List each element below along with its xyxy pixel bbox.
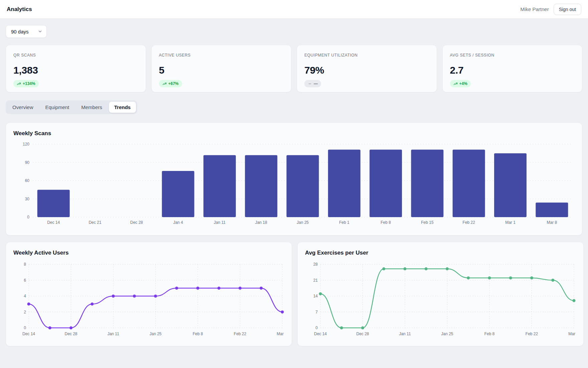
trending-up-icon <box>453 82 458 86</box>
tick-label: Feb 8 <box>484 332 495 336</box>
data-point-Mar 8 <box>573 299 576 302</box>
stat-label: ACTIVE USERS <box>159 53 284 58</box>
chevron-down-icon <box>38 29 42 34</box>
tick-label: Feb 22 <box>234 332 247 336</box>
line-series <box>29 288 282 328</box>
tab-equipment[interactable]: Equipment <box>40 102 75 113</box>
tick-label: Feb 15 <box>421 220 434 225</box>
data-point-Dec 14 <box>319 292 322 295</box>
stat-card-qr-scans: QR SCANS 1,383 +134% <box>6 45 146 92</box>
header-actions: Mike Partner Sign out <box>521 4 581 15</box>
avg-exercises-per-user-svg: 07142128Dec 14Dec 28Jan 11Jan 25Feb 8Feb… <box>305 260 576 337</box>
data-point-Feb 22 <box>530 276 533 279</box>
bar-Feb 8 <box>370 150 402 217</box>
sign-out-button[interactable]: Sign out <box>554 4 581 15</box>
tick-label: 6 <box>24 278 26 283</box>
weekly-active-users-svg: 02468Dec 14Dec 28Jan 11Jan 25Feb 8Feb 22… <box>13 260 284 337</box>
weekly-scans-card: Weekly Scans 0306090120Dec 14Dec 21Dec 2… <box>6 122 582 236</box>
tick-label: Jan 25 <box>149 332 161 336</box>
tick-label: 0 <box>315 326 318 330</box>
tab-trends[interactable]: Trends <box>109 102 136 113</box>
tick-label: 4 <box>24 294 26 298</box>
tick-label: 90 <box>25 160 30 165</box>
tick-label: 0 <box>24 326 26 330</box>
page-title: Analytics <box>7 6 32 13</box>
data-point-Jan 18 <box>133 295 136 298</box>
data-point-Mar 1 <box>260 287 263 290</box>
tick-label: Jan 25 <box>441 332 453 336</box>
tick-label: Jan 4 <box>173 220 183 225</box>
bar-Mar 1 <box>494 153 527 217</box>
data-point-Feb 8 <box>196 287 199 290</box>
stats-row: QR SCANS 1,383 +134% ACTIVE USERS 5 +67%… <box>6 45 582 92</box>
stat-delta: +134% <box>23 81 35 86</box>
data-point-Jan 18 <box>425 267 428 270</box>
bar-Mar 8 <box>536 202 568 217</box>
data-point-Dec 14 <box>27 302 30 305</box>
avg-exercises-card: Avg Exercises per User 07142128Dec 14Dec… <box>297 242 584 346</box>
tick-label: Dec 14 <box>314 332 327 336</box>
data-point-Feb 1 <box>467 276 470 279</box>
data-point-Feb 15 <box>217 287 220 290</box>
user-name: Mike Partner <box>521 6 549 12</box>
main-content: 90 days QR SCANS 1,383 +134% ACTIVE USER… <box>0 19 588 346</box>
data-point-Mar 1 <box>551 279 554 282</box>
tick-label: Mar <box>568 332 575 336</box>
tick-label: Dec 21 <box>89 220 101 225</box>
tab-overview[interactable]: Overview <box>7 102 39 113</box>
tick-label: Feb 22 <box>526 332 538 336</box>
period-select[interactable]: 90 days <box>6 25 47 38</box>
tick-label: 21 <box>313 278 318 283</box>
data-point-Mar 8 <box>281 310 284 313</box>
bar-Feb 1 <box>328 150 360 217</box>
tab-members[interactable]: Members <box>76 102 108 113</box>
bottom-charts-row: Weekly Active Users 02468Dec 14Dec 28Jan… <box>6 242 582 346</box>
tick-label: 14 <box>313 294 318 298</box>
trending-up-icon <box>162 82 167 86</box>
stat-label: QR SCANS <box>13 53 138 58</box>
tick-label: Dec 14 <box>47 220 60 225</box>
period-select-value: 90 days <box>11 29 29 34</box>
data-point-Jan 25 <box>446 267 449 270</box>
tick-label: Feb 1 <box>339 220 349 225</box>
tick-label: Jan 11 <box>214 220 226 225</box>
bar-Feb 15 <box>411 150 443 217</box>
tick-label: Jan 11 <box>107 332 119 336</box>
stat-card-avg-sets-session: AVG SETS / SESSION 2.7 +4% <box>442 45 583 92</box>
minus-icon <box>308 82 312 86</box>
stat-card-equipment-utilization: EQUIPMENT UTILIZATION 79% — <box>297 45 437 92</box>
tick-label: 28 <box>313 262 318 267</box>
bar-Feb 22 <box>453 150 485 217</box>
tick-label: 8 <box>24 262 26 267</box>
data-point-Feb 1 <box>175 287 178 290</box>
status-badge: +4% <box>450 80 471 87</box>
status-badge: +134% <box>13 80 39 87</box>
tick-label: Feb 8 <box>381 220 391 225</box>
bar-Dec 14 <box>37 190 70 217</box>
weekly-scans-chart: 0306090120Dec 14Dec 21Dec 28Jan 4Jan 11J… <box>13 140 575 228</box>
data-point-Jan 4 <box>91 302 94 305</box>
status-badge: — <box>304 80 321 87</box>
tick-label: 120 <box>23 142 29 147</box>
tick-label: Mar 8 <box>547 220 557 225</box>
weekly-active-users-card: Weekly Active Users 02468Dec 14Dec 28Jan… <box>6 242 292 346</box>
chart-title: Weekly Scans <box>13 130 575 137</box>
tick-label: Dec 28 <box>130 220 143 225</box>
tick-label: 7 <box>315 310 318 314</box>
tab-bar: Overview Equipment Members Trends <box>6 100 137 114</box>
tick-label: 0 <box>27 215 29 219</box>
tick-label: Mar 1 <box>505 220 516 225</box>
tick-label: Jan 25 <box>297 220 309 225</box>
tick-label: Mar <box>277 332 284 336</box>
stat-label: EQUIPMENT UTILIZATION <box>304 53 429 58</box>
chart-title: Avg Exercises per User <box>305 250 576 256</box>
stat-delta: +67% <box>168 81 179 86</box>
tick-label: Jan 18 <box>255 220 267 225</box>
bar-Jan 18 <box>245 155 277 217</box>
tick-label: Dec 14 <box>22 332 35 336</box>
stat-value: 1,383 <box>13 65 138 76</box>
data-point-Jan 11 <box>112 295 115 298</box>
stat-delta: — <box>314 81 318 86</box>
data-point-Dec 21 <box>48 327 51 330</box>
data-point-Jan 11 <box>404 267 407 270</box>
